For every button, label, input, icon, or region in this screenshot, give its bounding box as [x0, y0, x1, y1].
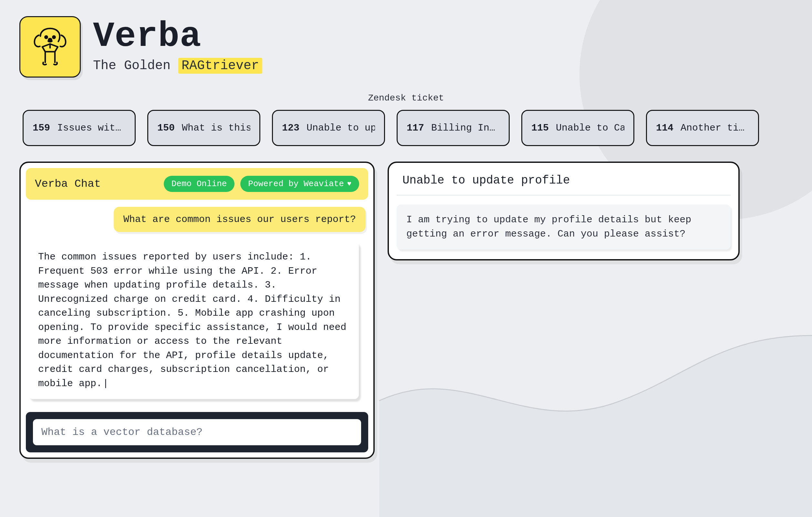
document-body: I am trying to update my profile details…: [397, 204, 731, 250]
chat-message-bot: The common issues reported by users incl…: [28, 242, 359, 399]
app-logo: [19, 16, 81, 78]
dog-icon: [26, 23, 74, 71]
ticket-title: Unable to Cancel S: [556, 122, 624, 134]
ticket-card[interactable]: 117 Billing Inquiry: [397, 110, 510, 146]
chat-panel: Verba Chat Demo Online Powered by Weavia…: [19, 162, 375, 459]
ticket-id: 117: [407, 122, 424, 134]
chat-input-bar: [26, 412, 368, 452]
chat-body: What are common issues our users report?…: [26, 200, 368, 412]
status-pill-online: Demo Online: [164, 176, 235, 192]
main-panels: Verba Chat Demo Online Powered by Weavia…: [19, 162, 740, 459]
ticket-card[interactable]: 150 What is this ticke: [147, 110, 260, 146]
brand-header: Verba The Golden RAGtriever: [19, 16, 262, 78]
app-subtitle: The Golden RAGtriever: [93, 58, 262, 73]
ticket-card[interactable]: 159 Issues with API: [23, 110, 136, 146]
ticket-title: Billing Inquiry: [431, 122, 500, 134]
chat-header: Verba Chat Demo Online Powered by Weavia…: [26, 168, 368, 200]
ticket-title: What is this ticke: [182, 122, 250, 134]
app-title: Verba: [93, 16, 262, 57]
subtitle-highlight: RAGtriever: [178, 58, 262, 74]
chat-input[interactable]: [33, 419, 361, 445]
heart-icon: ♥: [347, 180, 351, 188]
powered-by-label: Powered by Weaviate: [248, 179, 344, 189]
ticket-title: Another ticket: [680, 122, 749, 134]
ticket-id: 115: [531, 122, 549, 134]
svg-point-1: [53, 36, 55, 38]
section-label: Zendesk ticket: [0, 93, 812, 103]
ticket-card[interactable]: 123 Unable to update p: [272, 110, 385, 146]
ticket-id: 123: [282, 122, 299, 134]
svg-point-0: [45, 36, 48, 38]
chat-message-user: What are common issues our users report?: [114, 207, 366, 232]
document-panel: Unable to update profile I am trying to …: [387, 162, 740, 260]
svg-point-2: [49, 39, 52, 41]
ticket-id: 114: [656, 122, 673, 134]
powered-by-pill: Powered by Weaviate ♥: [240, 176, 359, 192]
ticket-list: 159 Issues with API 150 What is this tic…: [23, 110, 759, 146]
document-title: Unable to update profile: [397, 169, 731, 196]
ticket-card[interactable]: 114 Another ticket: [646, 110, 759, 146]
chat-title: Verba Chat: [35, 178, 101, 190]
ticket-id: 159: [33, 122, 50, 134]
ticket-title: Issues with API: [57, 122, 126, 134]
ticket-id: 150: [157, 122, 175, 134]
ticket-card[interactable]: 115 Unable to Cancel S: [521, 110, 634, 146]
ticket-title: Unable to update p: [307, 122, 375, 134]
